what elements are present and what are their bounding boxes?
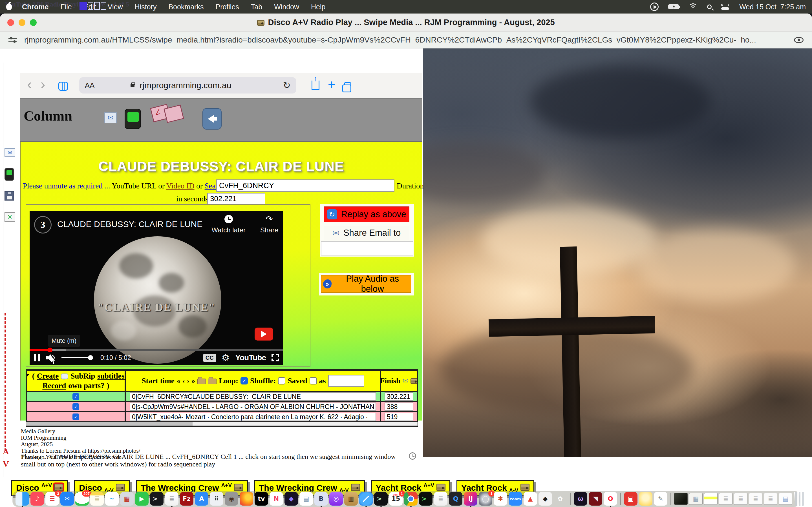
dock-window-thumb-report-icon[interactable]: ▤: [779, 493, 792, 505]
dock-photo-cards-icon[interactable]: ▣: [624, 492, 638, 506]
menu-history[interactable]: History: [135, 3, 157, 11]
finish-radio-icon[interactable]: [410, 378, 418, 384]
swipe-cards-icon[interactable]: [150, 100, 188, 130]
share-email-input[interactable]: [321, 241, 413, 256]
dock-textedit-icon[interactable]: ≣: [165, 492, 179, 506]
dock-obsidian-icon[interactable]: ◆: [285, 492, 298, 506]
dock-window-thumb-doc-1-icon[interactable]: ≣: [719, 493, 732, 505]
dock-bbedit-icon[interactable]: B: [314, 492, 328, 506]
pause-button[interactable]: [34, 354, 40, 361]
dock-art-palette-icon[interactable]: ✽: [494, 492, 507, 506]
dock-phone-keypad-icon[interactable]: ⠿: [210, 492, 223, 506]
dock-disk-utility-icon[interactable]: ◯1: [479, 492, 492, 506]
row-track-input[interactable]: [130, 392, 376, 401]
create-link[interactable]: Create: [37, 372, 59, 381]
window-title-bar[interactable]: Disco A+V Radio Play ... Swipe Media ...…: [0, 13, 812, 32]
dock-mail-icon[interactable]: ✉: [60, 492, 74, 506]
spotlight-search-icon[interactable]: [707, 4, 712, 9]
dock-safari-icon[interactable]: [359, 492, 373, 506]
saved-checkbox[interactable]: [310, 377, 317, 385]
replay-as-above-button[interactable]: ↻ Replay as above: [324, 207, 409, 222]
saved-as-input[interactable]: [328, 375, 364, 387]
record-link[interactable]: Record: [42, 381, 66, 390]
youtube-brand[interactable]: YouTube: [235, 353, 266, 362]
dock-window-thumb-photo-icon[interactable]: [674, 493, 688, 505]
dock-chrome-icon[interactable]: [404, 492, 417, 506]
shortcut-radio-icon[interactable]: [4, 168, 14, 181]
menu-view[interactable]: View: [108, 3, 123, 11]
dock-terminal-2-icon[interactable]: >_: [374, 492, 388, 506]
video-id-input[interactable]: [216, 179, 395, 192]
dock-freeform-icon[interactable]: ~: [105, 492, 119, 506]
email-share-icon[interactable]: ✉: [104, 112, 117, 123]
dock-notes-icon[interactable]: ≣: [90, 492, 104, 506]
forward-icon[interactable]: ›: [40, 77, 45, 92]
volume-slider[interactable]: [61, 357, 91, 358]
row-track-input[interactable]: [130, 413, 376, 421]
horizontal-scrollbar[interactable]: [26, 422, 417, 426]
dock-window-thumb-doc-4-icon[interactable]: ≣: [764, 493, 777, 505]
apple-menu-icon[interactable]: [6, 3, 12, 10]
dock-appstore-icon[interactable]: A: [195, 492, 208, 506]
shortcut-save-icon[interactable]: [4, 191, 14, 201]
row-track-input[interactable]: [130, 402, 376, 411]
now-playing-icon[interactable]: [650, 3, 659, 11]
finish-email-icon[interactable]: ✉: [403, 377, 408, 385]
dock-quicktime-icon[interactable]: Q: [449, 492, 462, 506]
dock-apple-tv-icon[interactable]: tv: [255, 492, 268, 506]
fullscreen-icon[interactable]: [271, 354, 279, 361]
control-center-icon[interactable]: [721, 4, 730, 10]
menu-chrome[interactable]: Chrome: [22, 3, 49, 11]
dock-bulb-app-icon[interactable]: [639, 492, 652, 506]
dock-news-icon[interactable]: N: [269, 492, 283, 506]
row-duration-input[interactable]: [385, 402, 413, 411]
dock-intellij-icon[interactable]: IJ: [464, 492, 477, 506]
shuffle-checkbox[interactable]: [278, 377, 285, 385]
bookmarks-book-icon[interactable]: [58, 82, 68, 89]
url-text[interactable]: rjmprogramming.com.au/HTMLCSS/swipe_medi…: [24, 36, 788, 45]
duration-input[interactable]: [207, 193, 265, 204]
share-icon[interactable]: [312, 80, 319, 90]
back-icon[interactable]: ‹: [27, 77, 32, 92]
new-tab-icon[interactable]: +: [328, 78, 336, 91]
row-checkbox[interactable]: ✓: [72, 413, 79, 420]
share-button[interactable]: ↷ Share: [260, 215, 278, 234]
reload-icon[interactable]: ↻: [283, 80, 291, 91]
dock-window-thumb-grid-icon[interactable]: ▦: [689, 493, 703, 505]
shortcut-email-icon[interactable]: ✉: [4, 148, 15, 157]
row-checkbox[interactable]: ✓: [72, 393, 79, 400]
dock-messages-icon[interactable]: 207: [75, 492, 89, 506]
dock-trash-icon[interactable]: [794, 492, 806, 506]
menu-bookmarks[interactable]: Bookmarks: [168, 3, 204, 11]
dock-maps-icon[interactable]: ▲: [523, 492, 537, 506]
menu-tab[interactable]: Tab: [251, 3, 262, 11]
dock-cat-app-icon[interactable]: ω: [574, 492, 587, 506]
captions-button[interactable]: CC: [203, 354, 216, 362]
dock-zoom-icon[interactable]: zoom: [509, 492, 522, 506]
dock-terminal-icon[interactable]: >_: [150, 492, 163, 506]
dock-music-icon[interactable]: ♪: [31, 492, 44, 506]
dock-launchpad-icon[interactable]: ▦: [120, 492, 134, 506]
dock-facetime-icon[interactable]: ▶: [135, 492, 149, 506]
tune-icon[interactable]: [8, 36, 17, 44]
chrome-address-bar[interactable]: rjmprogramming.com.au/HTMLCSS/swipe_medi…: [0, 32, 812, 48]
dock-notes-pencil-icon[interactable]: ✎: [654, 492, 667, 506]
eye-icon[interactable]: [794, 37, 804, 43]
seek-arrows[interactable]: « ‹ › »: [177, 377, 195, 385]
shortcut-shuffle-icon[interactable]: ✕: [4, 212, 15, 222]
dock-filezilla-icon[interactable]: Fz: [180, 492, 193, 506]
channel-avatar[interactable]: 3: [34, 216, 52, 233]
folder-icon[interactable]: [208, 379, 216, 384]
menu-help[interactable]: Help: [311, 3, 325, 11]
row-checkbox[interactable]: ✓: [72, 403, 79, 410]
folder-icon[interactable]: [197, 379, 206, 384]
watch-later-button[interactable]: Watch later: [211, 215, 245, 234]
dock-window-thumb-page-icon[interactable]: [704, 493, 718, 505]
video-id-link[interactable]: Video ID: [166, 182, 195, 190]
dock-window-thumb-doc-2-icon[interactable]: ≣: [734, 493, 748, 505]
dock-calendar-icon[interactable]: OCT151: [389, 492, 403, 506]
radio-mode-icon[interactable]: [124, 109, 141, 129]
tabs-icon[interactable]: [344, 82, 351, 89]
loop-checkbox[interactable]: ✓: [241, 377, 248, 385]
dock-finder-icon[interactable]: [15, 492, 29, 506]
